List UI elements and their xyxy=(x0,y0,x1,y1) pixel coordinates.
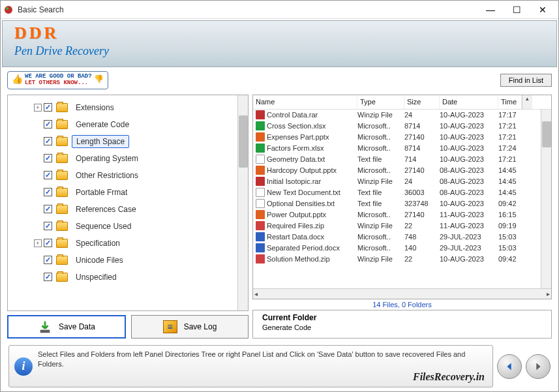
list-row[interactable]: Optional Densities.txtText file32374810-… xyxy=(253,198,541,209)
feedback-button[interactable]: 👍 WE ARE GOOD OR BAD? LET OTHERS KNOW...… xyxy=(7,71,108,89)
maximize-button[interactable]: ☐ xyxy=(504,1,530,18)
tree-item[interactable]: Other Restrictions xyxy=(10,167,235,184)
tree-checkbox[interactable] xyxy=(44,171,52,179)
list-vscrollbar[interactable] xyxy=(541,110,551,289)
list-row[interactable]: Geometry Data.txtText file71410-AUG-2023… xyxy=(253,154,541,165)
tree-scrollbar[interactable] xyxy=(237,95,248,311)
list-row[interactable]: Separated Period.docxMicrosoft..14029-JU… xyxy=(253,243,541,254)
file-time: 17:24 xyxy=(498,144,522,152)
file-name: Factors Form.xlsx xyxy=(267,144,324,152)
file-type: Winzip File xyxy=(357,255,404,263)
file-size: 140 xyxy=(404,244,440,252)
tree-item[interactable]: Operating System xyxy=(10,150,235,167)
tree-checkbox[interactable] xyxy=(44,273,52,281)
nav-back-button[interactable] xyxy=(497,354,522,379)
file-icon xyxy=(256,166,265,175)
tree-item[interactable]: Sequence Used xyxy=(10,218,235,235)
tree-checkbox[interactable] xyxy=(44,103,52,112)
current-folder-value: Generate Code xyxy=(262,324,542,331)
list-row[interactable]: Solution Method.zipWinzip File2210-AUG-2… xyxy=(253,254,541,265)
folder-icon xyxy=(56,222,68,231)
list-row[interactable]: Restart Data.docxMicrosoft..74829-JUL-20… xyxy=(253,232,541,243)
file-type: Microsoft.. xyxy=(357,211,404,219)
tree-label: Operating System xyxy=(72,153,142,164)
arrow-left-icon xyxy=(504,361,515,372)
col-header-size[interactable]: Size xyxy=(404,95,440,109)
file-icon xyxy=(256,155,265,164)
file-name: Separated Period.docx xyxy=(267,244,340,252)
toolbar: 👍 WE ARE GOOD OR BAD? LET OTHERS KNOW...… xyxy=(1,68,558,92)
file-time: 17:21 xyxy=(498,133,522,141)
tree-item[interactable]: Unspecified xyxy=(10,269,235,286)
file-icon xyxy=(256,243,265,252)
tree-item[interactable]: Portable Frmat xyxy=(10,184,235,201)
file-name: Cross Section.xlsx xyxy=(267,122,325,130)
save-log-button[interactable]: Save Log xyxy=(131,315,249,339)
file-date: 08-AUG-2023 xyxy=(440,188,498,196)
file-date: 10-AUG-2023 xyxy=(440,122,498,130)
list-vscroll-top[interactable]: ▴ xyxy=(522,95,532,109)
file-time: 09:42 xyxy=(498,200,522,207)
window-title: Basic Search xyxy=(18,5,477,14)
folder-tree[interactable]: +ExtensionsGenerate CodeLength SpaceOper… xyxy=(8,95,237,311)
brand-logo: DDR xyxy=(14,25,545,42)
tree-item[interactable]: Length Space xyxy=(10,133,235,150)
list-row[interactable]: New Text Document.txtText file3600308-AU… xyxy=(253,187,541,198)
tree-checkbox[interactable] xyxy=(44,256,52,264)
file-size: 27140 xyxy=(404,211,440,219)
tree-label: Extensions xyxy=(72,102,118,113)
tree-item[interactable]: +Specification xyxy=(10,235,235,252)
minimize-button[interactable]: — xyxy=(477,1,504,18)
list-hscrollbar[interactable]: ◂▸ xyxy=(253,288,551,299)
list-row[interactable]: Required Files.zipWinzip File2211-AUG-20… xyxy=(253,220,541,232)
list-row[interactable]: Hardcopy Output.pptxMicrosoft..2714008-A… xyxy=(253,165,541,176)
tree-checkbox[interactable] xyxy=(44,120,52,128)
list-row[interactable]: Factors Form.xlsxMicrosoft..871410-AUG-2… xyxy=(253,143,541,154)
col-header-type[interactable]: Type xyxy=(357,95,404,109)
list-row[interactable]: Power Output.pptxMicrosoft..2714011-AUG-… xyxy=(253,209,541,220)
file-type: Winzip File xyxy=(357,111,404,119)
file-list[interactable]: Control Data.rarWinzip File2410-AUG-2023… xyxy=(253,110,541,289)
file-date: 29-JUL-2023 xyxy=(440,244,498,252)
tree-checkbox[interactable] xyxy=(44,222,52,230)
tree-checkbox[interactable] xyxy=(44,154,52,162)
tree-expand-icon[interactable]: + xyxy=(34,239,42,247)
col-header-date[interactable]: Date xyxy=(440,95,498,109)
col-header-name[interactable]: Name xyxy=(253,95,357,109)
list-row[interactable]: Expenses Part.pptxMicrosoft..2714010-AUG… xyxy=(253,132,541,143)
list-row[interactable]: Control Data.rarWinzip File2410-AUG-2023… xyxy=(253,110,541,121)
tree-checkbox[interactable] xyxy=(44,137,52,145)
tree-expand-icon[interactable]: + xyxy=(34,104,42,112)
file-date: 10-AUG-2023 xyxy=(440,200,498,207)
file-icon xyxy=(256,232,265,241)
close-button[interactable]: ✕ xyxy=(530,1,556,18)
left-column: +ExtensionsGenerate CodeLength SpaceOper… xyxy=(7,95,249,339)
tree-checkbox[interactable] xyxy=(44,239,52,247)
save-data-button[interactable]: Save Data xyxy=(7,315,126,339)
file-time: 14:45 xyxy=(498,177,522,185)
file-date: 11-AUG-2023 xyxy=(440,222,498,230)
folder-icon xyxy=(56,103,68,112)
list-row[interactable]: Initial Isotopic.rarWinzip File2408-AUG-… xyxy=(253,176,541,187)
tree-label: Other Restrictions xyxy=(72,170,142,181)
col-header-time[interactable]: Time xyxy=(498,95,522,109)
find-in-list-button[interactable]: Find in List xyxy=(500,74,552,87)
tree-checkbox[interactable] xyxy=(44,205,52,213)
tree-item[interactable]: +Extensions xyxy=(10,99,235,116)
file-size: 27140 xyxy=(404,133,440,141)
tree-checkbox[interactable] xyxy=(44,188,52,196)
status-text: Select Files and Folders from left Panel… xyxy=(38,350,487,369)
file-icon xyxy=(256,210,265,219)
file-icon xyxy=(256,188,265,197)
file-size: 748 xyxy=(404,233,440,241)
tree-item[interactable]: References Case xyxy=(10,201,235,218)
file-name: Required Files.zip xyxy=(267,222,324,230)
nav-forward-button[interactable] xyxy=(526,354,551,379)
svg-rect-2 xyxy=(40,330,50,333)
tree-item[interactable]: Unicode Files xyxy=(10,252,235,269)
file-name: Solution Method.zip xyxy=(267,255,330,263)
file-type: Text file xyxy=(357,188,404,196)
list-row[interactable]: Cross Section.xlsxMicrosoft..871410-AUG-… xyxy=(253,121,541,132)
tree-item[interactable]: Generate Code xyxy=(10,116,235,133)
current-folder-title: Current Folder xyxy=(262,313,542,322)
